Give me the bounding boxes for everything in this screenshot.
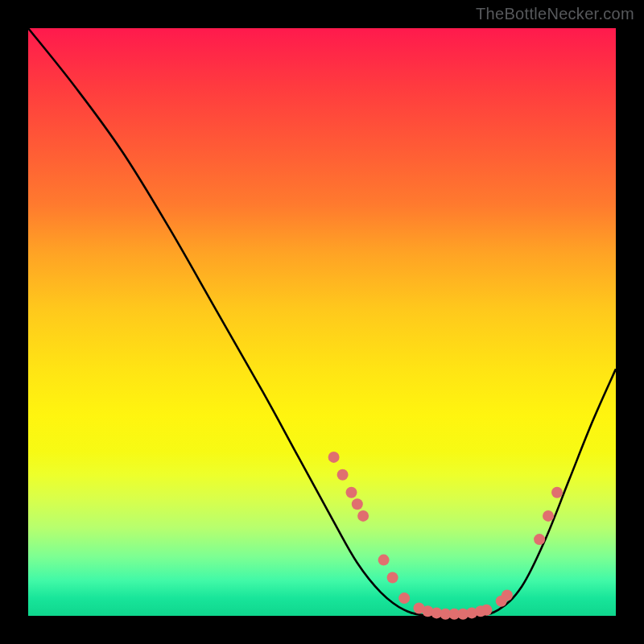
curve-marker xyxy=(534,534,545,545)
curve-marker xyxy=(481,605,492,616)
curve-marker xyxy=(502,590,513,601)
plot-area xyxy=(28,28,616,616)
curve-marker xyxy=(398,592,410,604)
curve-marker xyxy=(551,487,563,498)
chart-frame: TheBottleNecker.com xyxy=(0,0,644,644)
curve-marker xyxy=(337,469,349,481)
curve-marker xyxy=(357,510,369,522)
bottleneck-curve-svg xyxy=(28,28,616,616)
curve-marker xyxy=(352,498,363,510)
curve-marker xyxy=(378,555,390,566)
watermark-label: TheBottleNecker.com xyxy=(476,5,634,23)
bottleneck-curve-path xyxy=(28,28,616,617)
curve-markers xyxy=(328,452,563,620)
curve-marker xyxy=(387,572,398,584)
curve-marker xyxy=(346,487,357,498)
curve-marker xyxy=(543,510,554,522)
curve-marker xyxy=(328,452,340,463)
